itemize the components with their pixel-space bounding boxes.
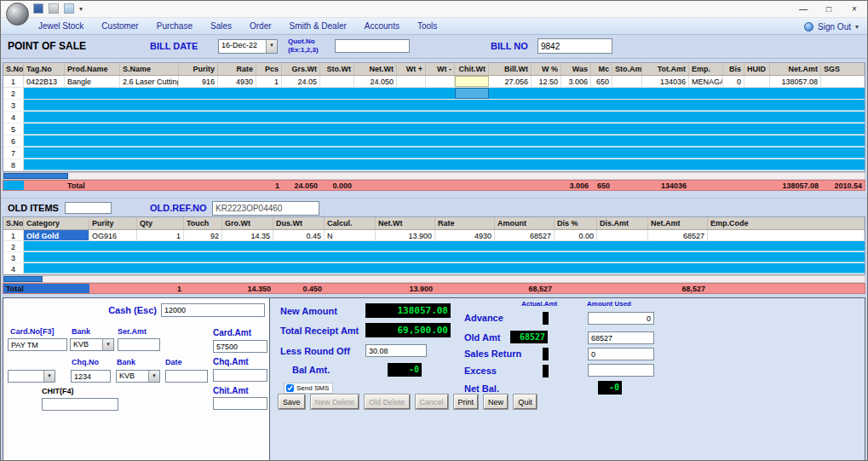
menu-accounts[interactable]: Accounts bbox=[365, 21, 400, 31]
old-hscrollbar[interactable] bbox=[3, 275, 865, 283]
print-button[interactable]: Print bbox=[454, 395, 479, 409]
cell-netamt[interactable]: 68527 bbox=[648, 230, 708, 240]
chevron-down-icon[interactable]: ▼ bbox=[102, 339, 113, 350]
cell-netamt[interactable]: 138057.08 bbox=[770, 76, 821, 87]
empty-row-fill bbox=[24, 263, 865, 274]
old-delete-button[interactable]: Old Delete bbox=[365, 395, 410, 409]
menu-customer[interactable]: Customer bbox=[101, 21, 138, 31]
sign-out-link[interactable]: Sign Out bbox=[818, 22, 851, 32]
menu-sales[interactable]: Sales bbox=[210, 21, 232, 31]
cell-tagno[interactable]: 0422B13 bbox=[24, 76, 65, 87]
menu-purchase[interactable]: Purchase bbox=[157, 21, 193, 31]
bill-date-select[interactable]: 16-Dec-22 ▼ bbox=[218, 39, 278, 54]
cell-was[interactable]: 3.006 bbox=[561, 76, 591, 87]
chq-amt-input[interactable] bbox=[213, 369, 267, 382]
chit-amt-input[interactable] bbox=[213, 397, 267, 410]
toolbar-caret-icon[interactable]: ▾ bbox=[79, 5, 83, 13]
bill-no-input[interactable] bbox=[537, 38, 612, 54]
save-icon[interactable] bbox=[33, 3, 43, 14]
chevron-down-icon[interactable]: ▼ bbox=[266, 40, 277, 53]
old-ref-no-input[interactable] bbox=[212, 201, 319, 216]
cell-sgs[interactable] bbox=[821, 76, 865, 87]
cell-sname[interactable]: 2.6 Laser Cutting B bbox=[120, 76, 179, 87]
quit-button[interactable]: Quit bbox=[514, 395, 537, 409]
old-total-row: Total 1 14.350 0.450 13.900 68,527 68,52… bbox=[3, 283, 865, 294]
chevron-down-icon[interactable]: ▼ bbox=[148, 371, 159, 382]
old-amt-used-input[interactable] bbox=[588, 331, 654, 344]
cash-input[interactable] bbox=[161, 303, 265, 317]
ser-amt-input[interactable] bbox=[118, 338, 160, 351]
cell-prodname[interactable]: Bangle bbox=[65, 76, 120, 87]
card-amt-input[interactable] bbox=[213, 340, 267, 353]
cell-wtminus[interactable] bbox=[426, 76, 455, 87]
row-number: 4 bbox=[3, 112, 24, 123]
chit-input[interactable] bbox=[42, 398, 118, 411]
cell-totamt[interactable]: 134036 bbox=[642, 76, 689, 87]
card-no-input[interactable] bbox=[8, 338, 67, 351]
advance-used-input[interactable] bbox=[588, 312, 654, 325]
sales-row-empty: 5 bbox=[3, 124, 865, 135]
cell-category-selected[interactable]: Old Gold bbox=[24, 230, 89, 240]
card-bank-select[interactable]: KVB ▼ bbox=[70, 338, 114, 351]
cell-growt[interactable]: 14.35 bbox=[222, 230, 273, 240]
cell-emp[interactable]: MENAGA bbox=[689, 76, 723, 87]
sign-out-caret-icon[interactable]: ▾ bbox=[855, 23, 859, 31]
cell-duswt[interactable]: 0.45 bbox=[273, 230, 325, 240]
menu-order[interactable]: Order bbox=[250, 21, 272, 31]
cell-stowt[interactable] bbox=[320, 76, 354, 87]
cell-sno[interactable]: 1 bbox=[3, 76, 24, 87]
cell-qty[interactable]: 1 bbox=[137, 230, 184, 240]
export-icon[interactable] bbox=[64, 3, 74, 14]
scrollbar-thumb[interactable] bbox=[3, 276, 43, 282]
cell-amount[interactable]: 68527 bbox=[495, 230, 555, 240]
cancel-button[interactable]: Cancel bbox=[416, 395, 448, 409]
chq-type-select[interactable]: ▼ bbox=[8, 370, 55, 383]
cell-bis[interactable]: 0 bbox=[723, 76, 744, 87]
close-button[interactable]: × bbox=[842, 1, 867, 18]
cell-purity[interactable]: 916 bbox=[179, 76, 218, 87]
cell-purity[interactable]: OG916 bbox=[89, 230, 137, 240]
sales-hscrollbar[interactable] bbox=[3, 172, 865, 180]
print-icon[interactable] bbox=[49, 3, 59, 14]
cell-rate[interactable]: 4930 bbox=[218, 76, 256, 87]
chq-bank-select[interactable]: KVB ▼ bbox=[116, 370, 160, 383]
new-button[interactable]: New bbox=[484, 395, 508, 409]
sales-row-empty: 8 bbox=[3, 159, 865, 171]
cell-touch[interactable]: 92 bbox=[184, 230, 222, 240]
old-items-input[interactable] bbox=[65, 202, 112, 214]
cell-grswt[interactable]: 24.05 bbox=[282, 76, 320, 87]
cell-mc[interactable]: 650 bbox=[591, 76, 612, 87]
less-round-off-input[interactable] bbox=[365, 344, 427, 357]
cell-stoam[interactable] bbox=[612, 76, 642, 87]
cell-billwt[interactable]: 27.056 bbox=[489, 76, 532, 87]
cell-disamt[interactable] bbox=[597, 230, 648, 240]
chevron-down-icon[interactable]: ▼ bbox=[43, 371, 55, 382]
cell-pcs[interactable]: 1 bbox=[256, 76, 282, 87]
cell-rate[interactable]: 4930 bbox=[435, 230, 495, 240]
maximize-button[interactable]: □ bbox=[816, 1, 842, 18]
cell-netwt[interactable]: 24.050 bbox=[354, 76, 397, 87]
scrollbar-thumb[interactable] bbox=[3, 173, 68, 179]
quot-no-input[interactable] bbox=[335, 39, 410, 53]
cell-empcode[interactable] bbox=[708, 230, 865, 240]
cell-dispct[interactable]: 0.00 bbox=[555, 230, 597, 240]
cell-chitwt[interactable] bbox=[455, 76, 489, 87]
save-button[interactable]: Save bbox=[279, 395, 305, 409]
menu-tools[interactable]: Tools bbox=[417, 21, 437, 31]
new-delete-button[interactable]: New Delete bbox=[311, 395, 359, 409]
menu-smith-dealer[interactable]: Smith & Dealer bbox=[290, 21, 347, 31]
chq-date-input[interactable] bbox=[165, 370, 208, 383]
cell-netwt[interactable]: 13.900 bbox=[376, 230, 435, 240]
cell-calcul[interactable]: N bbox=[325, 230, 376, 240]
chq-no-input[interactable] bbox=[71, 370, 111, 383]
send-sms-checkbox[interactable] bbox=[286, 384, 294, 392]
minimize-button[interactable]: — bbox=[790, 1, 816, 18]
cell-wtplus[interactable] bbox=[397, 76, 426, 87]
cell-sno[interactable]: 1 bbox=[3, 230, 24, 240]
focused-cell[interactable] bbox=[455, 88, 489, 99]
cell-wpct[interactable]: 12.50 bbox=[532, 76, 561, 87]
menu-jewel-stock[interactable]: Jewel Stock bbox=[38, 21, 83, 31]
excess-used-input[interactable] bbox=[588, 364, 654, 377]
sales-return-used-input[interactable] bbox=[588, 348, 654, 360]
cell-huid[interactable] bbox=[744, 76, 770, 87]
